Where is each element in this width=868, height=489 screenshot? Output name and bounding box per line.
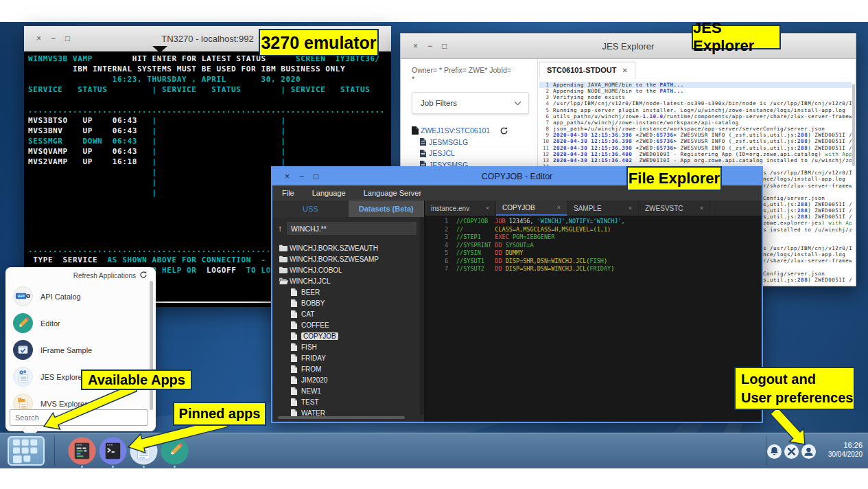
pinned-terminal-icon[interactable] — [99, 437, 127, 465]
dataset-tree-item[interactable]: WINCHJ.BORK.SZWESAMP — [272, 253, 424, 264]
app-launcher-items: APIAPI CatalogEditorIFrame SampleJES Exp… — [5, 283, 156, 417]
terminal-line: MVS2VAMP UP 16:18 | | — [28, 157, 385, 167]
menu-item-language[interactable]: Language — [312, 189, 346, 197]
settings-icon[interactable] — [784, 444, 799, 459]
dataset-tree-item[interactable]: COPYJOB — [272, 330, 424, 341]
app-launcher-panel: Refresh Applications APIAPI CatalogEdito… — [5, 267, 156, 431]
jes-spool-tab[interactable]: STC06101-STDOUT ✕ — [539, 62, 635, 78]
pinned-jes-icon[interactable] — [130, 437, 158, 465]
dataset-tree-item[interactable]: WINCHJ.JCL — [272, 275, 424, 286]
editor-tab-label: COPYJOB — [502, 204, 535, 212]
maximize-icon[interactable]: □ — [65, 34, 70, 43]
close-icon[interactable]: × — [700, 205, 703, 212]
launcher-app-item[interactable]: IFrame Sample — [5, 337, 156, 363]
chevron-down-icon[interactable] — [152, 46, 167, 53]
dataset-tree-item[interactable]: COFFEE — [272, 319, 424, 330]
dataset-tree-hscrollbar[interactable] — [278, 416, 405, 419]
editor-tab-copyjob[interactable]: COPYJOB× — [496, 201, 567, 216]
editor-tab-sample[interactable]: SAMPLE× — [567, 201, 639, 216]
dataset-tree-item[interactable]: FROM — [272, 363, 424, 374]
minimize-icon[interactable]: − — [51, 34, 56, 43]
dataset-tree-item[interactable]: BEER — [272, 286, 424, 297]
dataset-tree-item-label: WINCHJ.BORK.SZWESAMP — [290, 255, 379, 263]
log-line: 112020-04-30 12:15:36.398 <ZWED:65736> Z… — [539, 145, 852, 151]
taskbar: 16:26 30/04/2020 — [0, 433, 868, 468]
close-icon[interactable]: × — [629, 205, 632, 212]
jes-titlebar[interactable]: ×−□ JES Explorer — [401, 34, 856, 59]
editor-side-panel: USSDatasets (Beta) ↑ WINCHJ.BORK.SZWEAUT… — [272, 201, 425, 422]
refresh-applications-button[interactable]: Refresh Applications — [73, 272, 136, 280]
jes-tree-item[interactable]: ZWEJ1SV:STC06101 — [412, 125, 529, 137]
log-line: 6utils_path=/u/winchj/zowe-1.10.0/runtim… — [539, 113, 852, 120]
dataset-tree-item-label: FRIDAY — [301, 354, 326, 362]
code-editor[interactable]: 1//COPYJOB JOB 123456, 'WINCHJ',NOTIFY='… — [425, 216, 762, 273]
jes-window-title: JES Explorer — [401, 41, 856, 52]
log-line: 7app_path=/u/winchj/zowe-instance/worksp… — [539, 120, 852, 126]
folder-icon — [279, 244, 290, 251]
close-icon[interactable]: × — [557, 204, 561, 211]
minimize-icon[interactable]: − — [427, 42, 432, 50]
line-number: 4 — [425, 242, 448, 250]
line-number: 1 — [539, 82, 549, 88]
dataset-tree-item[interactable]: FRIDAY — [272, 352, 424, 363]
app-launcher-scrollbar[interactable] — [150, 281, 153, 410]
close-icon[interactable]: × — [413, 42, 418, 50]
up-arrow-icon[interactable]: ↑ — [278, 224, 282, 234]
menu-item-language-server[interactable]: Language Server — [364, 189, 421, 197]
launcher-app-label: MVS Explorer — [40, 400, 87, 408]
dataset-tree-item[interactable]: BOBBY — [272, 297, 424, 308]
bell-icon[interactable] — [766, 444, 782, 459]
close-icon[interactable]: × — [36, 34, 41, 43]
dataset-tree-item[interactable]: TEST — [272, 396, 424, 407]
panel-tab-datasets-beta-[interactable]: Datasets (Beta) — [349, 201, 425, 217]
close-icon[interactable]: × — [486, 205, 489, 212]
refresh-icon[interactable] — [500, 126, 508, 135]
jes-log-scrollbar[interactable] — [852, 84, 855, 166]
panel-tab-uss[interactable]: USS — [272, 201, 349, 217]
dataset-path-input[interactable] — [286, 221, 417, 236]
jes-tree-item[interactable]: JESJCL — [412, 148, 529, 159]
dataset-tree-item[interactable]: NEW1 — [272, 385, 424, 396]
dataset-tree-item[interactable]: FISH — [272, 341, 424, 352]
dataset-tree-item[interactable]: CAT — [272, 308, 424, 319]
dataset-tree-item-label: TEST — [301, 398, 319, 406]
code-line: 6//SYSUT1 DD DISP=SHR,DSN=WINCHJ.JCL(FIS… — [425, 258, 762, 266]
dataset-tree-vscrollbar[interactable] — [420, 217, 424, 415]
jes-filter-summary: Owner= * Prefix= ZWE* JobId= — [412, 66, 529, 75]
terminal-line: SERVICE STATUS | SERVICE STATUS | SERVIC… — [28, 84, 385, 95]
refresh-icon[interactable] — [139, 271, 148, 280]
file-icon — [291, 321, 301, 329]
jes-filter-summary-2: * — [412, 75, 529, 84]
launcher-app-label: JES Explorer — [40, 373, 84, 381]
launcher-app-item[interactable]: Editor — [5, 310, 156, 337]
menu-item-file[interactable]: File — [282, 189, 294, 197]
log-line: 92020-04-30 12:15:36.396 <ZWED:65736> ZW… — [539, 132, 852, 138]
editor-tab-label: instance.env — [431, 205, 469, 212]
launcher-app-item[interactable]: APIAPI Catalog — [5, 283, 156, 310]
app-search-input[interactable] — [10, 409, 148, 426]
jes-tree-item[interactable]: JESMSGLG — [412, 137, 529, 148]
app-launcher-button[interactable] — [8, 436, 45, 466]
line-number: 6 — [425, 258, 448, 266]
pinned-editor-icon[interactable] — [161, 437, 189, 465]
terminal-line: MVSQVAMP UP 06:43 | | — [28, 146, 385, 157]
user-icon[interactable] — [801, 444, 817, 459]
dataset-tree-item[interactable]: WINCHJ.COBOL — [272, 264, 424, 275]
job-filters-dropdown[interactable]: Job Filters — [412, 92, 529, 114]
dataset-tree-item[interactable]: JIM2020 — [272, 374, 424, 385]
editor-tab-zwesvstc[interactable]: ZWESVSTC× — [639, 201, 710, 216]
taskbar-divider-left — [54, 436, 55, 466]
maximize-icon[interactable]: □ — [442, 42, 447, 50]
maximize-icon[interactable]: □ — [314, 172, 318, 181]
close-icon[interactable]: ✕ — [622, 67, 627, 74]
terminal-line: IBM INTERNAL SYSTEMS MUST BE USED FOR IB… — [28, 64, 385, 74]
folder-open-icon — [279, 277, 290, 284]
pinned-code-icon[interactable] — [68, 437, 96, 465]
close-icon[interactable]: × — [285, 172, 290, 181]
chevron-down-icon — [514, 99, 521, 107]
editor-tab-instance-env[interactable]: instance.env× — [425, 201, 496, 216]
dataset-tree-item[interactable]: WINCHJ.BORK.SZWEAUTH — [272, 242, 424, 253]
log-line: 2Appending NODE_HOME/bin to the PATH... — [539, 88, 852, 94]
launcher-app-label: API Catalog — [40, 293, 81, 301]
minimize-icon[interactable]: − — [299, 172, 304, 181]
